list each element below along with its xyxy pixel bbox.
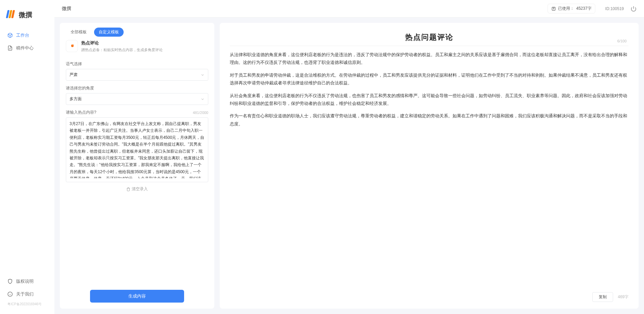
sidebar-item-workspace[interactable]: 工作台 xyxy=(0,29,54,42)
form-area: 语气选择 严肃 请选择您的角度 多方面 请输入热点内容? 481/2000 xyxy=(60,55,214,285)
doc-icon xyxy=(7,45,13,51)
clear-button[interactable]: 清空录入 xyxy=(66,184,208,194)
cube-icon xyxy=(7,33,13,38)
nav-label: 稿件中心 xyxy=(16,45,34,51)
tab-custom-templates[interactable]: 自定义模板 xyxy=(94,28,124,37)
main: 微撰 已使用： 45237字 ID:100519 全部模板 自定义模板 xyxy=(54,0,644,314)
collapse-icon[interactable] xyxy=(220,166,221,172)
output-title: 热点问题评论 xyxy=(405,32,454,42)
tone-label: 语气选择 xyxy=(66,61,208,67)
input-counter: 481/2000 xyxy=(193,111,208,115)
output-progress: 6/100 xyxy=(617,39,627,43)
power-icon[interactable] xyxy=(631,6,637,12)
chevron-down-icon xyxy=(201,73,205,77)
output-panel: 热点问题评论 6/100 从法律和职业道德的角度来看，这位便利店老板的行为是违法… xyxy=(220,23,639,309)
usage-badge[interactable]: 已使用： 45237字 xyxy=(548,4,595,13)
hotspot-input[interactable] xyxy=(70,120,205,178)
template-desc: 蹭热点必备：粘贴实时热点内容，生成多角度评论 xyxy=(81,47,163,52)
tone-value: 严肃 xyxy=(70,72,78,78)
output-footer: 复制 469字 xyxy=(220,288,639,309)
nav: 工作台 稿件中心 xyxy=(0,26,54,58)
clear-label: 清空录入 xyxy=(132,186,148,192)
output-header: 热点问题评论 6/100 xyxy=(220,23,639,44)
angle-value: 多方面 xyxy=(70,96,82,102)
nav-label: 关于我们 xyxy=(16,291,34,297)
generate-button[interactable]: 生成内容 xyxy=(90,290,184,303)
logo: 微撰 xyxy=(0,10,54,26)
output-paragraph: 作为一名有责任心和职业道德的职场人士，我们应该遵守劳动法规，尊重劳动者的权益，建… xyxy=(230,112,629,128)
sidebar-item-drafts[interactable]: 稿件中心 xyxy=(0,42,54,54)
app-name: 微撰 xyxy=(19,10,32,19)
input-textarea-wrap xyxy=(66,117,208,182)
output-paragraph: 对于员工和男友的申请劳动仲裁，这是合法维权的方式。在劳动仲裁的过程中，员工和男友… xyxy=(230,71,629,87)
input-panel: 全部模板 自定义模板 热点评论 蹭热点必备：粘贴实时热点内容，生成多角度评论 语… xyxy=(60,23,214,309)
page-title: 微撰 xyxy=(62,6,71,12)
generate-bar: 生成内容 xyxy=(60,285,214,309)
template-card: 热点评论 蹭热点必备：粘贴实时热点内容，生成多角度评论 xyxy=(60,40,214,55)
clear-icon xyxy=(126,187,130,191)
nav-label: 版权说明 xyxy=(16,278,34,284)
template-name: 热点评论 xyxy=(81,40,163,46)
output-paragraph: 从法律和职业道德的角度来看，这位便利店老板的行为是违法的，违反了劳动法规中的保护… xyxy=(230,51,629,67)
angle-label: 请选择您的角度 xyxy=(66,85,208,91)
output-paragraph: 从社会角度来看，这位便利店老板的行为不仅违反了劳动法规，也伤害了员工和男友的感情… xyxy=(230,92,629,108)
logo-icon xyxy=(7,10,16,19)
tone-select[interactable]: 严肃 xyxy=(66,69,208,81)
nav-label: 工作台 xyxy=(16,32,29,38)
sidebar: 微撰 工作台 稿件中心 版权说明 关于我们 粤ICP备2022016946号 xyxy=(0,0,54,314)
usage-value: 45237字 xyxy=(576,6,591,11)
tab-all-templates[interactable]: 全部模板 xyxy=(66,28,91,37)
flame-icon xyxy=(66,40,78,52)
char-count: 469字 xyxy=(618,294,629,300)
input-label: 请输入热点内容? xyxy=(66,110,96,115)
shield-icon xyxy=(7,279,13,284)
info-icon xyxy=(7,291,13,297)
usage-label: 已使用： xyxy=(558,6,574,11)
user-id: ID:100519 xyxy=(605,6,624,11)
sidebar-item-copyright[interactable]: 版权说明 xyxy=(0,275,54,288)
header: 微撰 已使用： 45237字 ID:100519 xyxy=(54,0,644,17)
sidebar-item-about[interactable]: 关于我们 xyxy=(0,288,54,301)
sidebar-bottom: 版权说明 关于我们 粤ICP备2022016946号 xyxy=(0,275,54,314)
icp-footer: 粤ICP备2022016946号 xyxy=(0,301,54,308)
copy-button[interactable]: 复制 xyxy=(592,292,613,302)
content: 全部模板 自定义模板 热点评论 蹭热点必备：粘贴实时热点内容，生成多角度评论 语… xyxy=(54,17,644,314)
chevron-down-icon xyxy=(201,97,205,101)
text-icon xyxy=(551,6,556,11)
angle-select[interactable]: 多方面 xyxy=(66,93,208,105)
output-body: 从法律和职业道德的角度来看，这位便利店老板的行为是违法的，违反了劳动法规中的保护… xyxy=(220,46,639,288)
tabs: 全部模板 自定义模板 xyxy=(60,23,214,40)
